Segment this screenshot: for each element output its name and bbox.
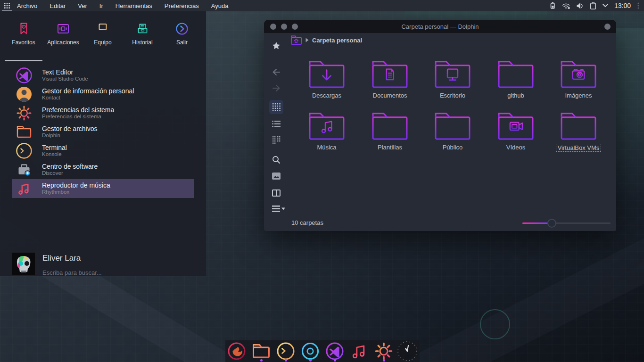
folder-label: Plantillas [378, 144, 402, 151]
folder-item-descargas[interactable]: Descargas [295, 59, 358, 99]
laptop-icon [96, 22, 110, 36]
logout-circle-icon [175, 22, 189, 36]
category-aplicaciones[interactable]: Aplicaciones [43, 16, 83, 61]
app-subtitle: Konsole [42, 151, 67, 157]
vscode-icon[interactable] [325, 341, 345, 361]
menu-ayuda[interactable]: Ayuda [211, 2, 229, 9]
music-player-icon[interactable] [349, 341, 369, 361]
app-title: Preferencias del sistema [42, 106, 114, 114]
app-item-text-editor[interactable]: Text Editor Visual Studio Code [12, 66, 194, 85]
wallpaper-helipad [480, 309, 510, 339]
battery-icon[interactable] [548, 1, 557, 10]
app-item-music-player[interactable]: Reproductor de música Rhythmbox [12, 179, 194, 198]
folder-images-icon [560, 59, 597, 89]
category-label: Historial [132, 39, 152, 46]
folder-view: Descargas Documentos [264, 53, 616, 208]
menu-archivo[interactable]: Archivo [17, 2, 37, 9]
app-item-system-settings[interactable]: Preferencias del sistema Preferencias de… [12, 104, 194, 123]
category-label: Favoritos [12, 39, 35, 46]
app-subtitle: Visual Studio Code [42, 76, 88, 82]
window-button-menu[interactable] [604, 24, 611, 30]
running-indicator [383, 359, 385, 362]
user-name: Eliver Lara [42, 254, 81, 263]
top-panel: Archivo Editar Ver Ir Herramientas Prefe… [0, 0, 644, 11]
app-launcher-button[interactable] [0, 0, 14, 11]
folder-icon [16, 123, 33, 140]
bookmark-heart-icon [17, 22, 31, 36]
folder-desktop-icon [434, 59, 471, 89]
clock[interactable]: 13:00 [614, 2, 631, 9]
category-equipo[interactable]: Equipo [83, 16, 123, 61]
app-title: Centro de software [42, 163, 98, 170]
apps-window-icon [56, 22, 70, 36]
user-avatar[interactable] [12, 253, 35, 275]
grid-dots-icon [4, 2, 10, 9]
folder-documents-icon [372, 59, 408, 89]
folder-item-plantillas[interactable]: Plantillas [358, 111, 421, 151]
running-indicator [285, 359, 287, 362]
file-manager-icon[interactable] [251, 341, 271, 361]
volume-icon[interactable] [575, 1, 584, 10]
breadcrumb[interactable]: Carpeta personal [290, 34, 362, 46]
menu-ver[interactable]: Ver [78, 2, 87, 9]
folder-label: VirtualBox VMs [556, 144, 602, 152]
folder-item-virtualbox-vms[interactable]: VirtualBox VMs [547, 111, 610, 152]
terminal-icon[interactable] [276, 341, 296, 361]
slider-handle[interactable] [547, 219, 556, 228]
overflow-kebab-icon[interactable] [636, 1, 640, 10]
app-item-pim[interactable]: Gestor de información personal Kontact [12, 85, 194, 104]
search-hint[interactable]: Escriba para buscar... [42, 269, 102, 276]
app-subtitle: Preferencias del sistema [42, 114, 114, 120]
firefox-icon[interactable] [227, 341, 247, 361]
user-circle-icon [16, 86, 33, 103]
app-item-terminal[interactable]: Terminal Konsole [12, 141, 194, 160]
folder-item-github[interactable]: github [484, 59, 547, 99]
music-notes-icon [16, 180, 33, 197]
folder-item-musica[interactable]: Música [295, 111, 358, 151]
breadcrumb-caret-icon [305, 38, 309, 42]
briefcase-download-icon [16, 161, 33, 178]
category-historial[interactable]: Historial [123, 16, 162, 61]
running-indicator [260, 359, 263, 362]
zoom-slider[interactable] [522, 222, 611, 224]
chromium-icon[interactable] [300, 341, 320, 361]
menu-ir[interactable]: Ir [99, 2, 103, 9]
folder-label: Público [443, 144, 463, 151]
folder-label: Escritorio [440, 92, 465, 99]
category-favoritos[interactable]: Favoritos [4, 16, 43, 61]
app-subtitle: Discover [42, 170, 98, 176]
category-label: Salir [176, 39, 188, 46]
app-title: Terminal [42, 144, 67, 151]
breadcrumb-location[interactable]: Carpeta personal [312, 37, 362, 44]
category-label: Aplicaciones [47, 39, 79, 46]
category-salir[interactable]: Salir [162, 16, 202, 61]
menu-herramientas[interactable]: Herramientas [116, 2, 152, 9]
folder-label: Documentos [373, 92, 407, 99]
app-item-software-center[interactable]: Centro de software Discover [12, 160, 194, 179]
clock-widget-icon[interactable] [396, 340, 418, 362]
launcher-active-indicator [2, 10, 12, 11]
home-folder-icon [290, 34, 302, 46]
app-item-file-manager[interactable]: Gestor de archivos Dolphin [12, 123, 194, 141]
status-folder-count: 10 carpetas [291, 219, 323, 226]
folder-item-escritorio[interactable]: Escritorio [421, 59, 484, 99]
folder-download-icon [308, 59, 345, 89]
folder-item-publico[interactable]: Público [421, 111, 484, 151]
vscode-icon [16, 67, 33, 84]
folder-item-documentos[interactable]: Documentos [358, 59, 421, 99]
wifi-icon[interactable] [561, 1, 570, 10]
menu-preferencias[interactable]: Preferencias [165, 2, 199, 9]
clipboard-icon[interactable] [589, 1, 597, 10]
folder-item-videos[interactable]: Vídeos [484, 111, 547, 151]
settings-gear-icon[interactable] [374, 341, 394, 361]
desktop: Archivo Editar Ver Ir Herramientas Prefe… [0, 0, 644, 362]
chevron-down-icon[interactable] [602, 3, 609, 8]
folder-label: Imágenes [565, 92, 592, 99]
star-icon[interactable] [270, 40, 282, 52]
folder-label: Vídeos [506, 144, 525, 151]
menu-editar[interactable]: Editar [50, 2, 66, 9]
window-titlebar[interactable]: Carpeta personal — Dolphin [264, 20, 616, 33]
folder-item-imagenes[interactable]: Imágenes [547, 59, 610, 99]
window-title: Carpeta personal — Dolphin [264, 23, 616, 30]
app-subtitle: Rhythmbox [42, 189, 110, 195]
